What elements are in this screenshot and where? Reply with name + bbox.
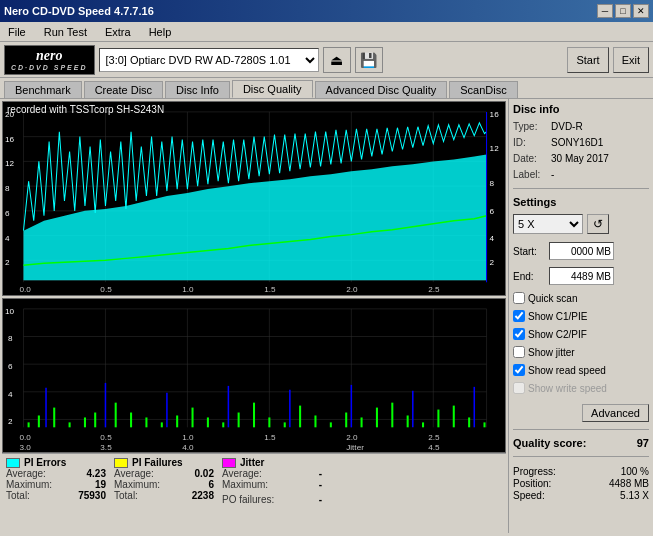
- svg-text:4: 4: [8, 390, 13, 399]
- tab-disc-quality[interactable]: Disc Quality: [232, 80, 313, 98]
- jitter-header: Jitter: [222, 457, 322, 468]
- speed-row: Speed: 5.13 X: [513, 490, 649, 501]
- pi-failures-header: PI Failures: [114, 457, 214, 468]
- svg-text:2.0: 2.0: [346, 433, 358, 442]
- main-content: recorded with TSSTcorp SH-S243N: [0, 99, 653, 533]
- svg-text:1.0: 1.0: [182, 433, 194, 442]
- pi-failures-avg: Average: 0.02: [114, 468, 214, 479]
- pi-errors-label: PI Errors: [24, 457, 66, 468]
- show-c2-pif-checkbox[interactable]: [513, 328, 525, 340]
- title-bar: Nero CD-DVD Speed 4.7.7.16 ─ □ ✕: [0, 0, 653, 22]
- end-row: End:: [513, 267, 649, 285]
- svg-text:0.0: 0.0: [19, 285, 31, 294]
- svg-text:4: 4: [5, 234, 10, 243]
- tab-benchmark[interactable]: Benchmark: [4, 81, 82, 98]
- svg-text:6: 6: [5, 209, 10, 218]
- quick-scan-row: Quick scan: [513, 292, 649, 304]
- disc-id-value: SONY16D1: [551, 137, 603, 148]
- svg-text:8: 8: [8, 335, 13, 344]
- show-c1-pie-checkbox[interactable]: [513, 310, 525, 322]
- svg-text:3.5: 3.5: [100, 443, 112, 452]
- show-jitter-checkbox[interactable]: [513, 346, 525, 358]
- po-failures-row: PO failures: -: [222, 494, 322, 505]
- show-jitter-label: Show jitter: [528, 347, 575, 358]
- tabs: Benchmark Create Disc Disc Info Disc Qua…: [0, 78, 653, 99]
- show-read-speed-checkbox[interactable]: [513, 364, 525, 376]
- quality-score-value: 97: [637, 437, 649, 449]
- speed-select[interactable]: 5 X Maximum 4 X 2 X 1 X: [513, 214, 583, 234]
- right-panel: Disc info Type: DVD-R ID: SONY16D1 Date:…: [508, 99, 653, 533]
- progress-row: Progress: 100 %: [513, 466, 649, 477]
- disc-id-label: ID:: [513, 137, 551, 148]
- pi-errors-total: Total: 75930: [6, 490, 106, 501]
- start-button[interactable]: Start: [567, 47, 608, 73]
- svg-text:0.5: 0.5: [100, 285, 112, 294]
- start-row: Start:: [513, 242, 649, 260]
- divider-1: [513, 188, 649, 189]
- show-c2-pif-label: Show C2/PIF: [528, 329, 587, 340]
- svg-text:1.5: 1.5: [264, 285, 276, 294]
- menu-extra[interactable]: Extra: [101, 25, 135, 39]
- tab-advanced-disc-quality[interactable]: Advanced Disc Quality: [315, 81, 448, 98]
- svg-text:3.0: 3.0: [19, 443, 31, 452]
- eject-button[interactable]: ⏏: [323, 47, 351, 73]
- settings-title: Settings: [513, 196, 649, 208]
- disc-type-row: Type: DVD-R: [513, 121, 649, 132]
- drive-select[interactable]: [3:0] Optiarc DVD RW AD-7280S 1.01: [99, 48, 319, 72]
- quality-score-row: Quality score: 97: [513, 437, 649, 449]
- position-value: 4488 MB: [609, 478, 649, 489]
- disc-label-row: Label: -: [513, 169, 649, 180]
- disc-label-label: Label:: [513, 169, 551, 180]
- close-button[interactable]: ✕: [633, 4, 649, 18]
- advanced-button[interactable]: Advanced: [582, 404, 649, 422]
- disc-label-value: -: [551, 169, 554, 180]
- show-c1-pie-label: Show C1/PIE: [528, 311, 587, 322]
- tab-scan-disc[interactable]: ScanDisc: [449, 81, 517, 98]
- svg-text:12: 12: [5, 159, 15, 168]
- pi-failures-color: [114, 458, 128, 468]
- svg-text:Jitter: Jitter: [346, 443, 364, 452]
- svg-text:6: 6: [490, 207, 495, 216]
- end-input[interactable]: [549, 267, 614, 285]
- position-label: Position:: [513, 478, 551, 489]
- show-write-speed-checkbox[interactable]: [513, 382, 525, 394]
- pi-failures-label: PI Failures: [132, 457, 183, 468]
- disc-type-label: Type:: [513, 121, 551, 132]
- svg-text:10: 10: [5, 307, 15, 316]
- pi-errors-stats: PI Errors Average: 4.23 Maximum: 19 Tota…: [6, 457, 106, 505]
- maximize-button[interactable]: □: [615, 4, 631, 18]
- minimize-button[interactable]: ─: [597, 4, 613, 18]
- toolbar: nero CD·DVD SPEED [3:0] Optiarc DVD RW A…: [0, 42, 653, 78]
- svg-text:2.5: 2.5: [428, 285, 440, 294]
- show-read-speed-row: Show read speed: [513, 364, 649, 376]
- refresh-button[interactable]: ↺: [587, 214, 609, 234]
- bottom-chart: 10 8 6 4 2 0.0 0.5 1.0 1.5 2.0 2.5 3.0 3…: [2, 298, 506, 453]
- svg-text:1.0: 1.0: [182, 285, 194, 294]
- exit-button[interactable]: Exit: [613, 47, 649, 73]
- position-row: Position: 4488 MB: [513, 478, 649, 489]
- jitter-label: Jitter: [240, 457, 264, 468]
- svg-text:2: 2: [5, 258, 10, 267]
- show-c2-pif-row: Show C2/PIF: [513, 328, 649, 340]
- show-c1-pie-row: Show C1/PIE: [513, 310, 649, 322]
- save-button[interactable]: 💾: [355, 47, 383, 73]
- pi-errors-avg: Average: 4.23: [6, 468, 106, 479]
- show-jitter-row: Show jitter: [513, 346, 649, 358]
- menu-help[interactable]: Help: [145, 25, 176, 39]
- svg-rect-37: [3, 299, 505, 452]
- divider-3: [513, 456, 649, 457]
- pi-failures-stats: PI Failures Average: 0.02 Maximum: 6 Tot…: [114, 457, 214, 505]
- menu-run-test[interactable]: Run Test: [40, 25, 91, 39]
- tab-disc-info[interactable]: Disc Info: [165, 81, 230, 98]
- pi-errors-color: [6, 458, 20, 468]
- svg-text:1.5: 1.5: [264, 433, 276, 442]
- start-input[interactable]: [549, 242, 614, 260]
- menu-file[interactable]: File: [4, 25, 30, 39]
- quality-score-label: Quality score:: [513, 437, 586, 449]
- tab-create-disc[interactable]: Create Disc: [84, 81, 163, 98]
- show-read-speed-label: Show read speed: [528, 365, 606, 376]
- quick-scan-checkbox[interactable]: [513, 292, 525, 304]
- speed-row: 5 X Maximum 4 X 2 X 1 X ↺: [513, 214, 649, 234]
- svg-text:8: 8: [5, 184, 10, 193]
- progress-section: Progress: 100 % Position: 4488 MB Speed:…: [513, 466, 649, 502]
